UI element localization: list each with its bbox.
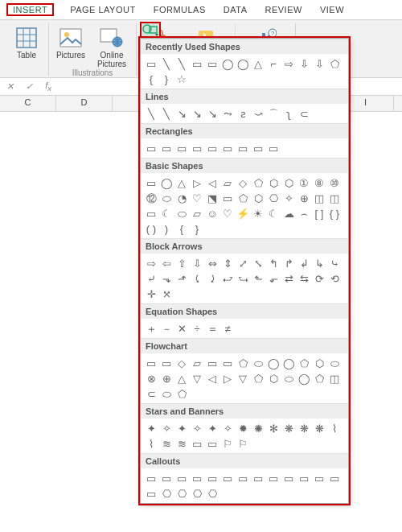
shape-item[interactable]: ◯	[266, 356, 281, 370]
shape-item[interactable]: ⬠	[174, 386, 189, 401]
shape-item[interactable]: ⬠	[297, 356, 311, 370]
shape-item[interactable]: ▭	[205, 141, 219, 155]
shape-item[interactable]: ⤻	[251, 106, 265, 121]
shape-item[interactable]: ◯	[281, 356, 296, 370]
shape-item[interactable]: ▭	[281, 471, 296, 485]
shape-item[interactable]: ⌒	[266, 106, 281, 121]
shape-item[interactable]: ❋	[281, 421, 296, 435]
shape-item[interactable]: ÷	[190, 321, 204, 336]
shape-item[interactable]: ◯	[236, 56, 250, 71]
shape-item[interactable]: △	[174, 175, 189, 190]
shape-item[interactable]: ✧	[281, 191, 296, 205]
shape-item[interactable]: ◁	[205, 175, 219, 190]
shape-item[interactable]: ▭	[190, 56, 204, 71]
shape-item[interactable]: ▭	[159, 141, 174, 155]
shape-item[interactable]: ⊂	[297, 106, 311, 121]
shape-item[interactable]: ⬠	[236, 356, 250, 370]
shape-item[interactable]: ↘	[190, 106, 204, 121]
shape-item[interactable]: ❋	[297, 421, 311, 435]
shape-item[interactable]: ⤢	[236, 256, 250, 270]
shape-item[interactable]: ⮐	[220, 271, 235, 286]
tab-insert[interactable]: INSERT	[6, 3, 54, 16]
shape-item[interactable]: ▭	[190, 141, 204, 155]
shape-item[interactable]: ⬔	[205, 191, 219, 205]
shape-item[interactable]: ◔	[174, 191, 189, 205]
shape-item[interactable]: ╲	[159, 106, 174, 121]
shape-item[interactable]: ▭	[174, 141, 189, 155]
shape-item[interactable]: ✻	[266, 421, 281, 435]
shape-item[interactable]: ( )	[144, 221, 158, 236]
shape-item[interactable]: ＝	[205, 321, 219, 336]
shape-item[interactable]: ⬡	[266, 175, 281, 190]
shape-item[interactable]: ⇩	[190, 256, 204, 270]
shape-item[interactable]: ≋	[159, 436, 174, 451]
shape-item[interactable]: ⎔	[266, 191, 281, 205]
shapes-dropdown-button[interactable]	[140, 22, 161, 38]
shape-item[interactable]: ⬏	[174, 271, 189, 286]
shape-item[interactable]: ⬡	[281, 175, 296, 190]
shape-item[interactable]: ⟳	[312, 271, 326, 286]
shape-item[interactable]: ▭	[144, 56, 158, 71]
shape-item[interactable]: ▭	[144, 175, 158, 190]
col-header[interactable]: C	[0, 96, 56, 111]
shape-item[interactable]: ⌢	[297, 206, 311, 221]
shape-item[interactable]: ①	[297, 175, 311, 190]
shape-item[interactable]: ▭	[266, 141, 281, 155]
shape-item[interactable]: ⬠	[327, 56, 342, 71]
shape-item[interactable]: ▽	[236, 371, 250, 386]
shape-item[interactable]: ⇕	[220, 256, 235, 270]
shape-item[interactable]: ⬡	[251, 191, 265, 205]
tab-view[interactable]: VIEW	[318, 3, 346, 16]
shape-item[interactable]: ⤡	[251, 256, 265, 270]
shape-item[interactable]: ▭	[236, 471, 250, 485]
shape-item[interactable]: ⌐	[266, 56, 281, 71]
shape-item[interactable]: ▭	[174, 471, 189, 485]
tab-formulas[interactable]: FORMULAS	[152, 3, 207, 16]
shape-item[interactable]: ⑫	[144, 191, 158, 205]
shape-item[interactable]: ⎔	[174, 486, 189, 501]
shape-item[interactable]: ▭	[220, 471, 235, 485]
shape-item[interactable]: ⎔	[190, 486, 204, 501]
shape-item[interactable]: ⬡	[266, 371, 281, 386]
tab-review[interactable]: REVIEW	[264, 3, 304, 16]
shape-item[interactable]: ❋	[312, 421, 326, 435]
shape-item[interactable]: ⤧	[159, 287, 174, 301]
shape-item[interactable]: ⇄	[281, 271, 296, 286]
shape-item[interactable]: ⤹	[190, 271, 204, 286]
shape-item[interactable]: ⊕	[297, 191, 311, 205]
shape-item[interactable]: { }	[327, 206, 342, 221]
shape-item[interactable]: ▱	[190, 206, 204, 221]
shape-item[interactable]: ✛	[144, 287, 158, 301]
shape-item[interactable]: △	[174, 371, 189, 386]
shape-item[interactable]: △	[251, 56, 265, 71]
shape-item[interactable]: ▭	[327, 471, 342, 485]
shape-item[interactable]: ▭	[266, 471, 281, 485]
shape-item[interactable]: ⬭	[174, 206, 189, 221]
shape-item[interactable]: ⚐	[236, 436, 250, 451]
shape-item[interactable]: ▭	[205, 56, 219, 71]
shape-item[interactable]: ♡	[190, 191, 204, 205]
shape-item[interactable]: ✺	[251, 421, 265, 435]
shape-item[interactable]: ▭	[236, 141, 250, 155]
shape-item[interactable]: ↱	[281, 256, 296, 270]
shape-item[interactable]: ☆	[174, 72, 189, 86]
shape-item[interactable]: ⬠	[251, 175, 265, 190]
shape-item[interactable]: ⬭	[327, 356, 342, 370]
shape-item[interactable]: ↲	[297, 256, 311, 270]
shape-item[interactable]: ◇	[236, 175, 250, 190]
shape-item[interactable]: ╲	[159, 56, 174, 71]
shape-item[interactable]: ▭	[144, 206, 158, 221]
shape-item[interactable]: ⎔	[205, 486, 219, 501]
shape-item[interactable]: ◇	[174, 356, 189, 370]
shape-item[interactable]: ⬎	[159, 271, 174, 286]
shape-item[interactable]: ⬭	[251, 356, 265, 370]
shape-item[interactable]: ⇦	[159, 256, 174, 270]
shape-item[interactable]: ⤷	[327, 256, 342, 270]
shape-item[interactable]: ╲	[174, 56, 189, 71]
shape-item[interactable]: ▭	[144, 486, 158, 501]
enter-icon[interactable]: ✓	[23, 81, 35, 92]
shape-item[interactable]: ⇧	[174, 256, 189, 270]
shape-item[interactable]: ↘	[174, 106, 189, 121]
shape-item[interactable]: ⬡	[312, 356, 326, 370]
shape-item[interactable]: ⚡	[236, 206, 250, 221]
